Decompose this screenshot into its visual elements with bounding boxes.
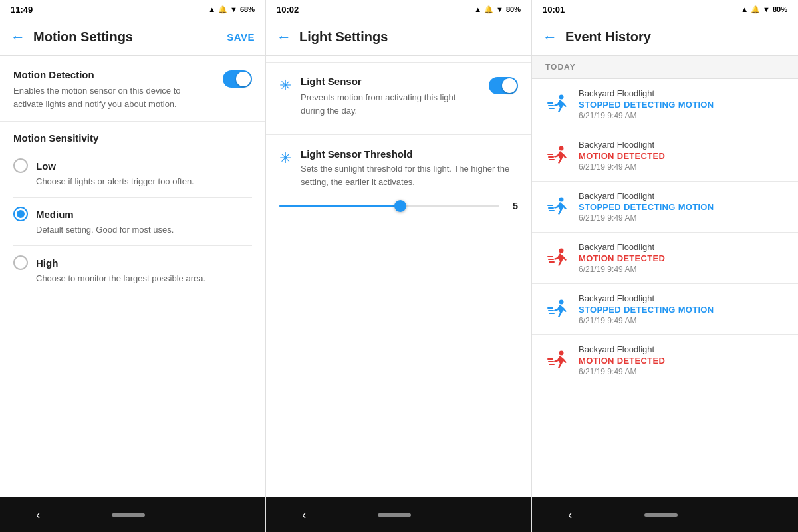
time-panel2: 10:02 bbox=[277, 5, 299, 15]
event-device-2: Backyard Floodlight bbox=[579, 191, 785, 201]
light-sensor-content: Light Sensor Prevents motion from activa… bbox=[301, 76, 518, 117]
event-status-0: STOPPED DETECTING MOTION bbox=[579, 100, 785, 110]
event-icon-3 bbox=[545, 246, 569, 270]
save-button[interactable]: SAVE bbox=[227, 31, 255, 43]
runner-svg-0 bbox=[545, 92, 569, 116]
runner-svg-4 bbox=[545, 297, 569, 321]
event-text-4: Backyard Floodlight STOPPED DETECTING MO… bbox=[579, 293, 785, 325]
radio-low[interactable] bbox=[13, 158, 28, 173]
home-nav-pill-p2[interactable] bbox=[378, 513, 411, 517]
motion-settings-content: Motion Detection Enables the motion sens… bbox=[0, 56, 265, 497]
light-sensor-toggle[interactable] bbox=[489, 77, 518, 94]
radio-high-desc: Choose to monitor the largest possible a… bbox=[13, 273, 252, 285]
wifi-icon-p2: ▼ bbox=[496, 5, 503, 13]
status-bar-panel2: 10:02 ▲ 🔔 ▼ 80% bbox=[266, 0, 531, 19]
status-bar-panel1: 11:49 ▲ 🔔 ▼ 68% bbox=[0, 0, 265, 19]
motion-detection-toggle[interactable] bbox=[223, 70, 252, 88]
svg-point-4 bbox=[559, 146, 564, 151]
back-nav-button[interactable]: ‹ bbox=[36, 508, 40, 522]
radio-high-label: High bbox=[36, 257, 58, 269]
runner-svg-2 bbox=[545, 195, 569, 219]
event-text-2: Backyard Floodlight STOPPED DETECTING MO… bbox=[579, 191, 785, 223]
bottom-nav-panel2: ‹ bbox=[266, 497, 531, 532]
threshold-slider-row: 5 bbox=[279, 200, 518, 211]
back-button-panel3[interactable]: ← bbox=[543, 29, 557, 46]
light-sensor-text: Light Sensor Prevents motion from activa… bbox=[301, 76, 489, 117]
threshold-desc: Sets the sunlight threshold for this lig… bbox=[301, 162, 518, 188]
motion-sensitivity-section: Motion Sensitivity Low Choose if lights … bbox=[0, 122, 265, 295]
back-nav-button-p3[interactable]: ‹ bbox=[568, 508, 572, 522]
threshold-header: ✳ Light Sensor Threshold Sets the sunlig… bbox=[279, 148, 518, 188]
time-panel3: 10:01 bbox=[543, 5, 565, 15]
battery-icon: 68% bbox=[240, 5, 255, 13]
event-time-5: 6/21/19 9:49 AM bbox=[579, 367, 785, 376]
sensitivity-medium-option[interactable]: Medium Default setting. Good for most us… bbox=[13, 198, 252, 246]
sensitivity-low-option[interactable]: Low Choose if lights or alerts trigger t… bbox=[13, 149, 252, 198]
today-header: TODAY bbox=[532, 56, 798, 79]
light-sensor-toggle-row: Light Sensor Prevents motion from activa… bbox=[301, 76, 518, 117]
event-time-3: 6/21/19 9:49 AM bbox=[579, 265, 785, 274]
event-device-3: Backyard Floodlight bbox=[579, 242, 785, 252]
page-title-panel1: Motion Settings bbox=[33, 29, 227, 45]
radio-low-label: Low bbox=[36, 160, 56, 172]
back-nav-button-p2[interactable]: ‹ bbox=[302, 508, 306, 522]
status-icons-panel2: ▲ 🔔 ▼ 80% bbox=[474, 5, 521, 14]
event-time-2: 6/21/19 9:49 AM bbox=[579, 213, 785, 223]
threshold-slider-track[interactable] bbox=[279, 205, 499, 207]
home-nav-pill-p3[interactable] bbox=[644, 513, 678, 517]
bottom-nav-panel1: ‹ bbox=[0, 497, 265, 532]
svg-point-20 bbox=[559, 351, 564, 356]
threshold-section: ✳ Light Sensor Threshold Sets the sunlig… bbox=[266, 135, 531, 227]
event-list: Backyard Floodlight STOPPED DETECTING MO… bbox=[532, 79, 798, 497]
top-spacer bbox=[266, 56, 531, 63]
battery-icon-p3: 80% bbox=[773, 5, 787, 13]
motion-detection-row: Motion Detection Enables the motion sens… bbox=[13, 69, 252, 110]
svg-point-16 bbox=[559, 300, 564, 305]
event-item-0[interactable]: Backyard Floodlight STOPPED DETECTING MO… bbox=[532, 79, 798, 130]
threshold-title: Light Sensor Threshold bbox=[301, 148, 518, 160]
radio-medium-label: Medium bbox=[36, 209, 74, 220]
sensitivity-high-option[interactable]: High Choose to monitor the largest possi… bbox=[13, 246, 252, 294]
header-panel2: ← Light Settings bbox=[266, 19, 531, 56]
sun-icon-threshold: ✳ bbox=[279, 150, 291, 167]
event-item-5[interactable]: Backyard Floodlight MOTION DETECTED 6/21… bbox=[532, 335, 798, 386]
event-status-4: STOPPED DETECTING MOTION bbox=[579, 305, 785, 315]
event-icon-1 bbox=[545, 144, 569, 168]
svg-point-0 bbox=[559, 95, 564, 100]
header-panel3: ← Event History bbox=[532, 19, 798, 56]
event-item-3[interactable]: Backyard Floodlight MOTION DETECTED 6/21… bbox=[532, 233, 798, 284]
back-button-panel1[interactable]: ← bbox=[11, 29, 25, 46]
event-time-4: 6/21/19 9:49 AM bbox=[579, 316, 785, 325]
event-item-1[interactable]: Backyard Floodlight MOTION DETECTED 6/21… bbox=[532, 130, 798, 182]
signal-icon-p3: ▲ bbox=[741, 5, 748, 13]
runner-svg-1 bbox=[545, 144, 569, 168]
radio-medium[interactable] bbox=[13, 207, 28, 221]
event-icon-4 bbox=[545, 297, 569, 321]
runner-svg-3 bbox=[545, 246, 569, 270]
signal-icon: ▲ bbox=[208, 5, 215, 13]
wifi-icon-p3: ▼ bbox=[763, 5, 770, 13]
light-sensor-desc: Prevents motion from activating this lig… bbox=[301, 91, 478, 117]
event-item-4[interactable]: Backyard Floodlight STOPPED DETECTING MO… bbox=[532, 284, 798, 335]
light-settings-content: ✳ Light Sensor Prevents motion from acti… bbox=[266, 56, 531, 497]
back-button-panel2[interactable]: ← bbox=[277, 29, 291, 46]
threshold-slider-thumb[interactable] bbox=[394, 200, 406, 212]
event-device-5: Backyard Floodlight bbox=[579, 344, 785, 354]
motion-detection-text: Motion Detection Enables the motion sens… bbox=[13, 69, 223, 110]
threshold-title-block: Light Sensor Threshold Sets the sunlight… bbox=[301, 148, 518, 188]
threshold-slider-fill bbox=[279, 205, 400, 207]
radio-high[interactable] bbox=[13, 255, 28, 270]
sun-icon: ✳ bbox=[279, 77, 291, 94]
status-bar-panel3: 10:01 ▲ 🔔 ▼ 80% bbox=[532, 0, 798, 19]
event-device-4: Backyard Floodlight bbox=[579, 293, 785, 303]
home-nav-pill[interactable] bbox=[112, 513, 145, 517]
event-text-0: Backyard Floodlight STOPPED DETECTING MO… bbox=[579, 88, 785, 120]
vibrate-icon-p3: 🔔 bbox=[751, 5, 760, 14]
event-status-3: MOTION DETECTED bbox=[579, 253, 785, 263]
bottom-nav-panel3: ‹ bbox=[532, 497, 798, 532]
signal-icon-p2: ▲ bbox=[474, 5, 481, 13]
svg-point-8 bbox=[559, 198, 564, 202]
radio-medium-desc: Default setting. Good for most uses. bbox=[13, 224, 252, 236]
light-sensor-title: Light Sensor bbox=[301, 76, 478, 87]
event-item-2[interactable]: Backyard Floodlight STOPPED DETECTING MO… bbox=[532, 182, 798, 233]
